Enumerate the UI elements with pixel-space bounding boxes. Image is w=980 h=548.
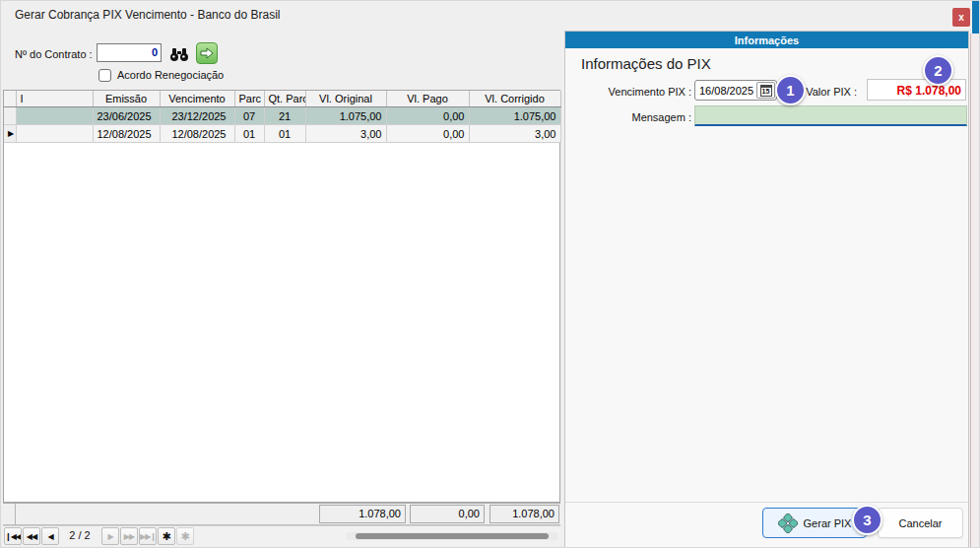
step-badge-1: 1	[775, 75, 806, 105]
search-icon[interactable]	[168, 43, 190, 65]
contract-number-input[interactable]: 0	[97, 43, 162, 62]
cell-vencimento: 23/12/2025	[160, 107, 234, 125]
vencimento-pix-input[interactable]: 16/08/2025 15	[694, 80, 777, 101]
cell-qtparc: 01	[264, 125, 305, 143]
vencimento-pix-value: 16/08/2025	[695, 85, 756, 97]
cell-vlpago: 0,00	[386, 107, 469, 125]
panel-titlebar: Informações	[565, 32, 968, 48]
current-row-arrow-icon: ▶	[8, 129, 14, 138]
arrow-right-icon	[199, 46, 215, 60]
last-record-icon: ▶▶❙	[140, 532, 156, 541]
table-row[interactable]: 23/06/2025 23/12/2025 07 21 1.075,00 0,0…	[4, 107, 560, 125]
cell-emissao: 12/08/2025	[93, 125, 160, 143]
nav-first-button[interactable]: ❙◀◀	[4, 527, 22, 545]
grid-header-qtparc[interactable]: Qt. Parc	[264, 91, 305, 107]
first-record-icon: ❙◀◀	[5, 532, 21, 541]
nav-refresh-button[interactable]: ✱	[176, 527, 194, 545]
cell-parc: 07	[234, 107, 264, 125]
rewind-icon: ◀◀	[27, 532, 36, 541]
informacoes-panel: Informações Informações do PIX Venciment…	[564, 31, 969, 548]
gerar-pix-label: Gerar PIX	[804, 517, 852, 529]
panel-title: Informações	[735, 34, 799, 46]
scrollbar-thumb[interactable]	[356, 533, 549, 539]
mensagem-label: Mensagem :	[569, 111, 691, 123]
nav-forward-button[interactable]: ▶▶	[120, 527, 138, 545]
mensagem-input[interactable]	[694, 105, 967, 126]
cell-qtparc: 21	[264, 107, 305, 125]
gerar-pix-button[interactable]: Gerar PIX	[762, 508, 867, 538]
background-window-edge	[972, 1, 980, 34]
renegotiation-checkbox[interactable]	[98, 69, 111, 82]
grid-header-vlpago[interactable]: Vl. Pago	[386, 91, 469, 107]
asterisk-dim-icon: ✱	[180, 530, 189, 543]
page-position: 2 / 2	[60, 529, 99, 541]
next-record-icon: ▶	[107, 532, 112, 541]
grid-header-emissao[interactable]: Emissão	[93, 91, 160, 107]
panel-divider	[565, 502, 968, 503]
record-navigator: ❙◀◀ ◀◀ ◀ 2 / 2 ▶ ▶▶ ▶▶❙ ✱ ✱	[3, 525, 560, 546]
calendar-icon: 15	[760, 85, 772, 97]
grid-header-vencimento[interactable]: Vencimento	[160, 91, 234, 107]
total-vl-corrigido: 1.078,00	[490, 505, 559, 523]
grid-header-parc[interactable]: Parc	[234, 91, 264, 107]
close-button[interactable]: x	[952, 8, 970, 27]
totals-bar: 1.078,00 0,00 1.078,00	[3, 503, 560, 525]
totals-stub-cell	[3, 504, 16, 524]
installments-grid[interactable]: I Emissão Vencimento Parc Qt. Parc Vl. O…	[3, 90, 560, 503]
horizontal-scrollbar[interactable]	[346, 532, 558, 540]
cell-blank	[16, 125, 93, 143]
vencimento-pix-label: Vencimento PIX :	[569, 86, 691, 98]
table-row[interactable]: ▶ 12/08/2025 12/08/2025 01 01 3,00 0,00 …	[4, 125, 560, 143]
cell-parc: 01	[234, 125, 264, 143]
panel-heading: Informações do PIX	[581, 55, 711, 72]
cell-vloriginal: 3,00	[305, 125, 386, 143]
cell-vlcorrigido: 1.075,00	[469, 107, 560, 125]
cell-vlpago: 0,00	[386, 125, 469, 143]
nav-rewind-button[interactable]: ◀◀	[23, 527, 40, 545]
nav-last-button[interactable]: ▶▶❙	[139, 527, 157, 545]
cell-vencimento: 12/08/2025	[160, 125, 234, 143]
renegotiation-checkbox-label: Acordo Renegociação	[117, 69, 224, 81]
total-vl-original: 1.078,00	[319, 505, 406, 523]
row-indicator-cell: ▶	[4, 125, 16, 143]
grid-header-indicator	[4, 91, 16, 107]
valor-pix-field: R$ 1.078,00	[867, 79, 966, 101]
row-indicator-cell	[4, 107, 16, 125]
cell-blank	[16, 107, 93, 125]
asterisk-icon: ✱	[162, 530, 170, 543]
cell-emissao: 23/06/2025	[93, 107, 160, 125]
dialog-gerar-cobranca-pix: Gerar Cobrança PIX Vencimento - Banco do…	[0, 0, 980, 548]
cell-vlcorrigido: 3,00	[469, 125, 560, 143]
grid-header-vlcorrigido[interactable]: Vl. Corrigido	[469, 91, 560, 107]
pix-logo-icon	[778, 514, 798, 533]
background-window-strip	[970, 34, 980, 548]
nav-insert-button[interactable]: ✱	[158, 527, 175, 545]
total-vl-pago: 0,00	[410, 505, 485, 523]
execute-button[interactable]	[196, 42, 218, 64]
cell-vloriginal: 1.075,00	[305, 107, 386, 125]
cancelar-button[interactable]: Cancelar	[878, 508, 963, 538]
nav-next-button[interactable]: ▶	[101, 527, 119, 545]
step-badge-3: 3	[852, 505, 882, 535]
grid-header-row: I Emissão Vencimento Parc Qt. Parc Vl. O…	[4, 91, 560, 107]
prev-record-icon: ◀	[47, 532, 52, 541]
close-icon: x	[958, 12, 964, 23]
grid-header-col0[interactable]: I	[16, 91, 93, 107]
contract-number-label: Nº do Contrato :	[15, 48, 93, 60]
window-title: Gerar Cobrança PIX Vencimento - Banco do…	[15, 8, 280, 22]
step-badge-2: 2	[923, 55, 953, 86]
date-picker-button[interactable]: 15	[756, 82, 775, 99]
grid-header-vloriginal[interactable]: Vl. Original	[305, 91, 386, 107]
nav-prev-button[interactable]: ◀	[41, 527, 59, 545]
cancelar-label: Cancelar	[898, 517, 942, 529]
forward-icon: ▶▶	[124, 532, 134, 541]
